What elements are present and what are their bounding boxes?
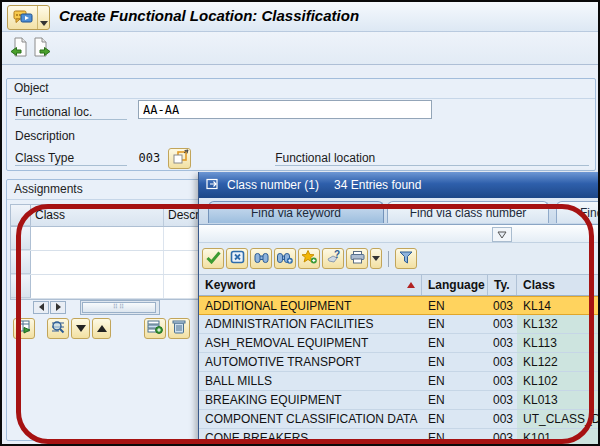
next-screen-button[interactable]	[31, 37, 53, 60]
dialog-titlebar[interactable]: Class number (1) 34 Entries found	[199, 172, 600, 198]
class-cell: KL013	[517, 391, 600, 409]
table-row[interactable]: ADMINISTRATION FACILITIESEN003KL132	[199, 315, 600, 334]
class-cell[interactable]	[31, 275, 164, 298]
scrollbar-thumb[interactable]: ⠿⠿	[82, 302, 156, 313]
ty-column-header[interactable]: Ty.	[488, 275, 517, 295]
language-cell: EN	[422, 297, 488, 314]
results-table-body: ADDITIONAL EQUIPMENTEN003KL14ADMINISTRAT…	[199, 296, 600, 446]
close-box-icon	[230, 250, 245, 267]
print-menu-button[interactable]	[370, 248, 382, 269]
table-row[interactable]: BALL MILLSEN003KL102	[199, 372, 600, 391]
keyword-cell: BALL MILLS	[199, 372, 422, 390]
print-button[interactable]	[346, 248, 368, 269]
magnifier-list-icon	[50, 320, 66, 337]
keyword-cell: BREAKING EQUIPMENT	[199, 391, 422, 409]
tab-find-via-keyword[interactable]: Find via keyword	[208, 201, 384, 223]
find-next-button[interactable]	[274, 248, 296, 269]
choose-view-button[interactable]	[13, 318, 35, 339]
row-selector[interactable]	[11, 275, 31, 298]
class-cell[interactable]	[31, 251, 164, 274]
class-cell[interactable]	[31, 227, 164, 250]
services-dropdown-icon[interactable]	[37, 6, 49, 29]
ty-cell: 003	[488, 334, 517, 352]
services-for-object-button[interactable]	[7, 5, 50, 30]
filter-button[interactable]	[395, 248, 417, 269]
green-check-icon	[206, 251, 221, 267]
language-cell: EN	[422, 429, 488, 446]
help-button[interactable]: ?	[322, 248, 344, 269]
keyword-cell: ASH_REMOVAL EQUIPMENT	[199, 334, 422, 352]
ty-cell: 003	[488, 297, 517, 314]
find-button[interactable]	[250, 248, 272, 269]
class-type-label: Class Type	[15, 151, 127, 166]
triangle-right-icon	[56, 303, 61, 311]
application-toolbar	[2, 32, 598, 65]
triangle-down-icon	[76, 325, 86, 332]
search-values-button[interactable]	[47, 318, 69, 339]
triangle-up-icon	[97, 325, 107, 332]
search-criteria-strip	[199, 225, 600, 243]
table-row[interactable]: CONE BREAKERSEN003K101	[199, 429, 600, 446]
select-all-header[interactable]	[11, 205, 31, 226]
dialog-window-icon	[206, 178, 220, 193]
ty-cell: 003	[488, 410, 517, 428]
keyword-cell: CONE BREAKERS	[199, 429, 422, 446]
table-row[interactable]: BREAKING EQUIPMENTEN003KL013	[199, 391, 600, 410]
help-hand-icon: ?	[326, 250, 341, 267]
scrollbar-track[interactable]: ⠿⠿	[80, 300, 160, 315]
ty-cell: 003	[488, 315, 517, 333]
previous-screen-button[interactable]	[8, 37, 30, 60]
table-row[interactable]: ASH_REMOVAL EQUIPMENTEN003KL113	[199, 334, 600, 353]
header-label: Language	[428, 278, 485, 292]
ty-cell: 003	[488, 372, 517, 390]
keyword-cell: COMPONENT CLASSIFICATION DATA	[199, 410, 422, 428]
functional-loc-input[interactable]	[138, 100, 432, 119]
sort-ascending-icon	[407, 282, 415, 288]
header-label: Ty.	[494, 278, 510, 292]
favorites-button[interactable]	[298, 248, 320, 269]
table-row[interactable]: ADDITIONAL EQUIPMENTEN003KL14	[199, 296, 600, 315]
trash-icon	[172, 319, 186, 337]
language-cell: EN	[422, 410, 488, 428]
scroll-left-button[interactable]	[33, 301, 49, 314]
cancel-button[interactable]	[226, 248, 248, 269]
scroll-right-button[interactable]	[50, 301, 66, 314]
class-number-dialog: Class number (1) 34 Entries found Find v…	[198, 172, 600, 446]
ty-cell: 003	[488, 429, 517, 446]
table-row[interactable]: COMPONENT CLASSIFICATION DATAEN003UT_CLA…	[199, 410, 600, 429]
language-cell: EN	[422, 315, 488, 333]
delete-row-button[interactable]	[168, 318, 190, 339]
services-for-object-icon	[8, 6, 37, 29]
sap-window: Create Functional Location: Classificati…	[0, 0, 600, 446]
row-selector[interactable]	[11, 251, 31, 274]
move-up-button[interactable]	[92, 318, 111, 339]
tab-find-via-class-number[interactable]: Find via class number	[387, 201, 549, 223]
document-arrow-right-icon	[33, 37, 51, 60]
triangle-down-outline-icon	[497, 231, 507, 239]
row-selector[interactable]	[11, 227, 31, 250]
tab-find-via-more[interactable]: Find via	[556, 201, 600, 223]
class-type-button[interactable]	[168, 148, 191, 169]
insert-row-button[interactable]	[144, 318, 166, 339]
class-column-header: Class	[31, 205, 164, 226]
svg-text:?: ?	[334, 250, 340, 260]
keyword-column-header[interactable]: Keyword	[199, 275, 422, 295]
keyword-cell: AUTOMOTIVE TRANSPORT	[199, 353, 422, 371]
keyword-cell: ADMINISTRATION FACILITIES	[199, 315, 422, 333]
move-down-button[interactable]	[71, 318, 90, 339]
table-row[interactable]: AUTOMOTIVE TRANSPORTEN003KL122	[199, 353, 600, 372]
language-column-header[interactable]: Language	[422, 275, 488, 295]
confirm-button[interactable]	[202, 248, 224, 269]
dialog-toolbar: ?	[199, 243, 600, 274]
page-title: Create Functional Location: Classificati…	[59, 7, 359, 24]
language-cell: EN	[422, 391, 488, 409]
language-cell: EN	[422, 334, 488, 352]
document-arrow-left-icon	[10, 37, 28, 60]
collapse-button[interactable]	[492, 227, 512, 242]
header-label: Class	[523, 278, 555, 292]
printer-icon	[350, 251, 365, 267]
class-column-header[interactable]: Class	[517, 275, 600, 295]
header-label: Keyword	[205, 278, 256, 292]
dialog-title: Class number (1)	[227, 178, 319, 192]
window-titlebar: Create Functional Location: Classificati…	[2, 2, 598, 32]
